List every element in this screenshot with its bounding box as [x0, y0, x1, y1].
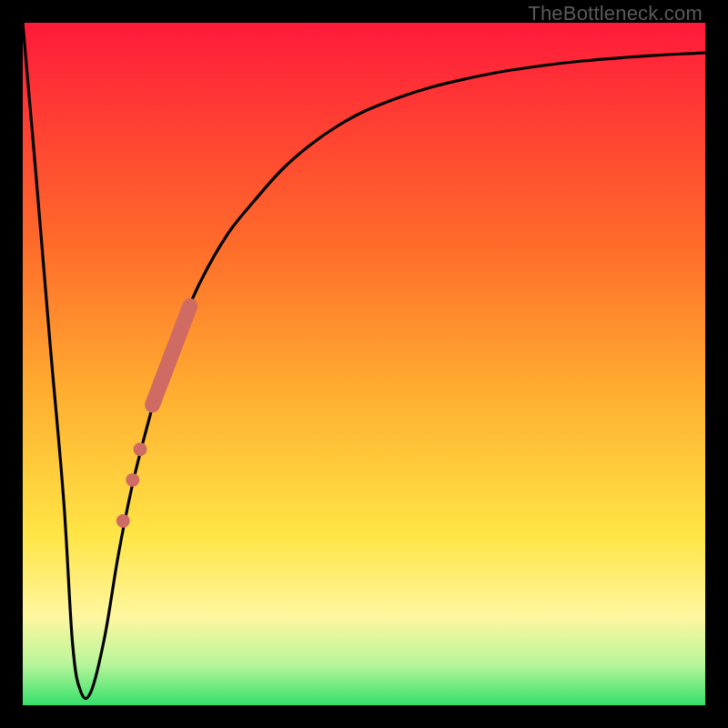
plot-area: [23, 23, 705, 705]
highlight-markers: [116, 306, 190, 528]
curve-layer: [23, 23, 705, 705]
highlight-dot: [134, 442, 147, 456]
chart-frame: TheBottleneck.com: [0, 0, 728, 728]
watermark-text: TheBottleneck.com: [528, 2, 703, 25]
highlight-band: [153, 306, 190, 405]
bottleneck-curve: [23, 23, 705, 699]
highlight-dot: [116, 514, 130, 528]
highlight-dot: [126, 473, 139, 487]
